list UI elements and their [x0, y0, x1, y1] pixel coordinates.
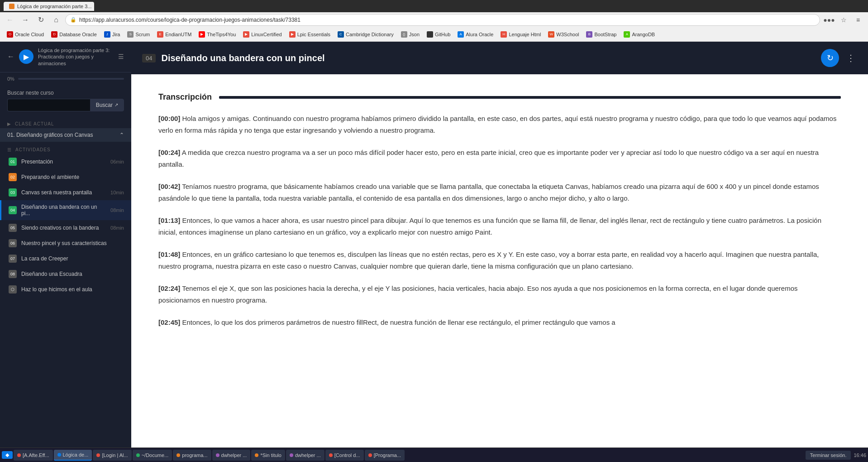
address-bar[interactable]: 🔒 https://app.aluracursos.com/course/log…: [65, 14, 820, 26]
lesson-number: 04: [142, 54, 156, 63]
actividades-section: ☰ ACTIVIDADES: [0, 142, 131, 154]
toolbar-right: ●●● ☆ ≡: [823, 14, 864, 26]
sidebar-item-label-1: Preparando el ambiente: [21, 174, 124, 180]
back-button[interactable]: ←: [4, 14, 16, 26]
active-tab[interactable]: Lógica de programación parte 3...: [4, 2, 94, 11]
star-button[interactable]: ☆: [837, 14, 850, 26]
bookmark-alura-oracle[interactable]: AAlura Oracle: [454, 30, 496, 39]
sidebar-item-duration-2: 10min: [110, 190, 124, 195]
taskbar-item-2[interactable]: [Login | Al...: [93, 450, 131, 461]
sidebar-toggle-icon[interactable]: ☰: [118, 53, 124, 60]
bookmark-lenguaje-html[interactable]: HLenguaje Html: [497, 30, 544, 39]
bookmark-arangodb[interactable]: AArangoDB: [620, 30, 658, 39]
sidebar: ← ▶ Lógica de programación parte 3: Prac…: [0, 42, 131, 448]
bookmark-scrum[interactable]: SScrum: [124, 30, 153, 39]
menu-button[interactable]: ≡: [852, 14, 864, 26]
taskbar-item-1[interactable]: Lógica de...: [54, 450, 92, 461]
bookmark-favicon: H: [501, 31, 507, 38]
sidebar-item-3[interactable]: 04 Diseñando una bandera con un pi... 08…: [0, 200, 131, 220]
timestamp-1: [00:24]: [158, 149, 180, 156]
sidebar-item-duration-3: 08min: [110, 207, 124, 213]
browser-tabs: Lógica de programación parte 3...: [0, 0, 868, 12]
extensions-button[interactable]: ●●●: [823, 14, 835, 26]
time-display: 16:46: [854, 452, 866, 458]
tab-favicon: [9, 4, 14, 9]
forward-button[interactable]: →: [19, 14, 32, 26]
taskbar-start-button[interactable]: ◆: [2, 451, 13, 459]
sidebar-item-label-6: La cara de Creeper: [21, 255, 124, 262]
bookmark-jira[interactable]: JJira: [101, 30, 124, 39]
bookmark-favicon: J: [104, 31, 110, 38]
sidebar-item-icon-0: 01: [9, 158, 17, 166]
taskbar-item-5[interactable]: dwhelper ...: [212, 450, 251, 461]
sidebar-item-4[interactable]: 05 Siendo creativos con la bandera 08min: [0, 220, 131, 236]
sidebar-item-duration-4: 08min: [110, 225, 124, 231]
taskbar-item-7[interactable]: dwhelper ...: [286, 450, 324, 461]
bookmark-endianutm[interactable]: EEndianUTM: [154, 30, 195, 39]
current-section-label: 01. Diseñando gráficos con Canvas: [7, 132, 115, 138]
list-icon: ☰: [7, 147, 12, 152]
sidebar-item-2[interactable]: 03 Canvas será nuestra pantalla 10min: [0, 185, 131, 200]
taskbar-item-0[interactable]: [A.Afte.Eff...: [14, 450, 53, 461]
chevron-down-icon: ⌃: [119, 132, 124, 138]
bookmark-cambridge-dictionary[interactable]: CCambridge Dictionary: [334, 30, 397, 39]
bookmark-database-oracle[interactable]: DDatabase Oracle: [48, 30, 100, 39]
refresh-button[interactable]: ↻: [34, 14, 47, 26]
taskbar: ◆ [A.Afte.Eff...Lógica de...[Login | Al.…: [0, 448, 868, 462]
bookmark-linuxcertified[interactable]: ▶LinuxCertified: [240, 30, 285, 39]
sidebar-item-label-2: Canvas será nuestra pantalla: [21, 189, 106, 196]
current-section-dropdown[interactable]: 01. Diseñando gráficos con Canvas ⌃: [0, 128, 131, 142]
session-end-label[interactable]: Terminar sesión.: [806, 451, 851, 460]
play-button[interactable]: ↻: [821, 49, 839, 67]
clase-actual-section: ▶ CLASE ACTUAL: [0, 116, 131, 128]
sidebar-item-1[interactable]: 02 Preparando el ambiente: [0, 169, 131, 185]
home-button[interactable]: ⌂: [50, 14, 62, 26]
taskbar-dot-6: [255, 453, 258, 457]
browser-chrome: Lógica de programación parte 3... ← → ↻ …: [0, 0, 868, 27]
taskbar-dot-7: [290, 453, 293, 457]
search-row: Buscar ↗: [7, 99, 124, 111]
bookmark-oracle-cloud[interactable]: OOracle Cloud: [4, 30, 47, 39]
bookmark-bootstrap[interactable]: BBootStrap: [583, 30, 620, 39]
sidebar-item-icon-5: 06: [9, 239, 17, 247]
search-button[interactable]: Buscar ↗: [90, 99, 124, 111]
progress-text: 0%: [7, 76, 14, 82]
bookmark-json[interactable]: {}Json: [398, 30, 423, 39]
sidebar-item-0[interactable]: 01 Presentación 06min: [0, 154, 131, 169]
transcript-paragraph-5: [02:24] Tenemos el eje X, que son las po…: [158, 283, 841, 306]
timestamp-0: [00:00]: [158, 115, 180, 122]
sidebar-item-6[interactable]: 07 La cara de Creeper: [0, 251, 131, 266]
sidebar-header: ← ▶ Lógica de programación parte 3: Prac…: [0, 42, 131, 72]
taskbar-dot-4: [176, 453, 180, 457]
bookmark-favicon: A: [624, 31, 630, 38]
sidebar-item-7[interactable]: 08 Diseñando una Escuadra: [0, 266, 131, 282]
bookmark-github[interactable]: GitHub: [424, 30, 453, 39]
taskbar-item-9[interactable]: [Programa...: [365, 450, 405, 461]
sidebar-item-8[interactable]: ⬡ Haz lo que hicimos en el aula: [0, 282, 131, 297]
sidebar-item-label-4: Siendo creativos con la bandera: [21, 225, 106, 231]
taskbar-item-4[interactable]: programa...: [173, 450, 211, 461]
search-label: Buscar neste curso: [7, 90, 124, 96]
timestamp-3: [01:13]: [158, 217, 180, 224]
bookmark-favicon: D: [51, 31, 57, 38]
header-menu-button[interactable]: ⋮: [844, 51, 857, 65]
bookmark-favicon: W: [548, 31, 554, 38]
transcript-blocks: [00:00] Hola amigos y amigas. Continuand…: [158, 113, 841, 328]
url-text: https://app.aluracursos.com/course/logic…: [79, 17, 815, 23]
taskbar-item-3[interactable]: ~/Docume...: [133, 450, 172, 461]
bookmark-thetips4you[interactable]: ▶TheTips4You: [196, 30, 239, 39]
content-header: 04 Diseñando una bandera con un pincel ↻…: [131, 42, 868, 74]
sidebar-course-title: Lógica de programación parte 3: Practica…: [38, 47, 114, 67]
taskbar-item-6[interactable]: *Sin titulo: [251, 450, 285, 461]
sidebar-collapse-button[interactable]: ←: [7, 50, 14, 63]
sidebar-item-label-3: Diseñando una bandera con un pi...: [21, 204, 106, 217]
search-button-label: Buscar: [96, 102, 113, 108]
bookmark-w3school[interactable]: WW3School: [545, 30, 582, 39]
sidebar-item-icon-4: 05: [9, 224, 17, 232]
search-input[interactable]: [7, 99, 90, 111]
taskbar-item-8[interactable]: [Control d...: [325, 450, 364, 461]
tab-title: Lógica de programación parte 3...: [17, 4, 92, 9]
monitor-icon: ▶: [7, 121, 11, 126]
bookmark-lpic-essentials[interactable]: ▶Lpic Essentials: [286, 30, 334, 39]
sidebar-item-5[interactable]: 06 Nuestro pincel y sus características: [0, 236, 131, 251]
